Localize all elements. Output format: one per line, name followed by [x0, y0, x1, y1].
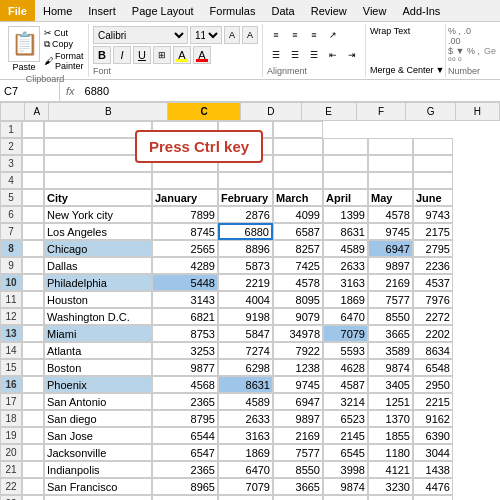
cell-f-row5[interactable]: April: [323, 189, 368, 206]
cell-g-row14[interactable]: 3589: [368, 342, 413, 359]
cell-e-row17[interactable]: 6947: [273, 393, 323, 410]
row-number[interactable]: 17: [0, 393, 22, 410]
cell-a[interactable]: [22, 223, 44, 240]
cell-c-row16[interactable]: 4568: [152, 376, 218, 393]
row-number[interactable]: 5: [0, 189, 22, 206]
cell-d-row17[interactable]: 4589: [218, 393, 273, 410]
cell-b-row22[interactable]: San Francisco: [44, 478, 152, 495]
cell-b-row23[interactable]: Austin: [44, 495, 152, 500]
row-number[interactable]: 11: [0, 291, 22, 308]
indent-increase-button[interactable]: ⇥: [343, 46, 361, 64]
cell-g-row20[interactable]: 1180: [368, 444, 413, 461]
cell-h-row12[interactable]: 2272: [413, 308, 453, 325]
cell-g-row13[interactable]: 3665: [368, 325, 413, 342]
col-header-g[interactable]: G: [406, 103, 456, 121]
cell-e-row13[interactable]: 34978: [273, 325, 323, 342]
cell-b-row19[interactable]: San Jose: [44, 427, 152, 444]
tab-formulas[interactable]: Formulas: [202, 0, 264, 21]
cell-e-row10[interactable]: 4578: [273, 274, 323, 291]
cell-h-row6[interactable]: 9743: [413, 206, 453, 223]
cell-b-row7[interactable]: Los Angeles: [44, 223, 152, 240]
cell-h-row8[interactable]: 2795: [413, 240, 453, 257]
cell-e-row1[interactable]: [273, 121, 323, 138]
cell-c-row14[interactable]: 3253: [152, 342, 218, 359]
row-number[interactable]: 12: [0, 308, 22, 325]
cell-f-row20[interactable]: 6545: [323, 444, 368, 461]
cell-d-row5[interactable]: February: [218, 189, 273, 206]
cell-e-row8[interactable]: 8257: [273, 240, 323, 257]
cell-e-row19[interactable]: 2169: [273, 427, 323, 444]
cell-a[interactable]: [22, 206, 44, 223]
cell-b-row13[interactable]: Miami: [44, 325, 152, 342]
cell-a[interactable]: [22, 240, 44, 257]
cell-f-row21[interactable]: 3998: [323, 461, 368, 478]
cell-a[interactable]: [22, 121, 44, 138]
row-number[interactable]: 8: [0, 240, 22, 257]
cell-g-row12[interactable]: 8550: [368, 308, 413, 325]
cell-f-row4[interactable]: [323, 172, 368, 189]
cell-f-row17[interactable]: 3214: [323, 393, 368, 410]
cell-h-row2[interactable]: [413, 138, 453, 155]
cell-b-row20[interactable]: Jacksonville: [44, 444, 152, 461]
cell-d-row6[interactable]: 2876: [218, 206, 273, 223]
col-header-f[interactable]: F: [356, 103, 406, 121]
cell-f-row18[interactable]: 6523: [323, 410, 368, 427]
cell-e-row16[interactable]: 9745: [273, 376, 323, 393]
cell-a[interactable]: [22, 138, 44, 155]
decrease-font-button[interactable]: A: [242, 26, 258, 44]
cell-g-row5[interactable]: May: [368, 189, 413, 206]
cell-e-row21[interactable]: 8550: [273, 461, 323, 478]
cell-g-row10[interactable]: 2169: [368, 274, 413, 291]
align-top-center-button[interactable]: ≡: [286, 26, 304, 44]
row-number[interactable]: 16: [0, 376, 22, 393]
cell-h-row7[interactable]: 2175: [413, 223, 453, 240]
cell-d-row23[interactable]: 5593: [218, 495, 273, 500]
cell-b-row16[interactable]: Phoenix: [44, 376, 152, 393]
col-header-h[interactable]: H: [455, 103, 499, 121]
cell-e-row22[interactable]: 3665: [273, 478, 323, 495]
row-number[interactable]: 22: [0, 478, 22, 495]
cell-c-row22[interactable]: 8965: [152, 478, 218, 495]
cell-d-row11[interactable]: 4004: [218, 291, 273, 308]
cell-d-row13[interactable]: 5847: [218, 325, 273, 342]
cell-b-row15[interactable]: Boston: [44, 359, 152, 376]
cell-reference[interactable]: C7: [0, 80, 60, 101]
cell-a[interactable]: [22, 274, 44, 291]
cell-g-row23[interactable]: 5995: [368, 495, 413, 500]
cell-g-row22[interactable]: 3230: [368, 478, 413, 495]
cell-d-row16[interactable]: 8631: [218, 376, 273, 393]
cell-h-row3[interactable]: [413, 155, 453, 172]
cell-g-row21[interactable]: 4121: [368, 461, 413, 478]
formula-input[interactable]: [81, 80, 500, 101]
cell-a[interactable]: [22, 189, 44, 206]
cell-c-row15[interactable]: 9877: [152, 359, 218, 376]
col-header-e[interactable]: E: [301, 103, 356, 121]
fill-color-button[interactable]: A: [173, 46, 191, 64]
cell-c-row7[interactable]: 8745: [152, 223, 218, 240]
cell-f-row11[interactable]: 1869: [323, 291, 368, 308]
row-number[interactable]: 3: [0, 155, 22, 172]
cell-b-row17[interactable]: San Antonio: [44, 393, 152, 410]
cell-f-row15[interactable]: 4628: [323, 359, 368, 376]
cell-f-row23[interactable]: 4568: [323, 495, 368, 500]
cell-a[interactable]: [22, 172, 44, 189]
cell-e-row4[interactable]: [273, 172, 323, 189]
row-number[interactable]: 7: [0, 223, 22, 240]
cell-a[interactable]: [22, 495, 44, 500]
cell-b-row14[interactable]: Atlanta: [44, 342, 152, 359]
cell-b-row11[interactable]: Houston: [44, 291, 152, 308]
cell-c-row12[interactable]: 6821: [152, 308, 218, 325]
cell-h-row23[interactable]: 6499: [413, 495, 453, 500]
cell-g-row6[interactable]: 4578: [368, 206, 413, 223]
cell-c-row6[interactable]: 7899: [152, 206, 218, 223]
cell-h-row10[interactable]: 4537: [413, 274, 453, 291]
row-number[interactable]: 9: [0, 257, 22, 274]
col-header-c[interactable]: C: [168, 103, 241, 121]
cell-a[interactable]: [22, 325, 44, 342]
cell-d-row18[interactable]: 2633: [218, 410, 273, 427]
wrap-text-button[interactable]: Wrap Text: [370, 26, 441, 36]
cell-d-row20[interactable]: 1869: [218, 444, 273, 461]
cell-g-row2[interactable]: [368, 138, 413, 155]
align-top-left-button[interactable]: ≡: [267, 26, 285, 44]
cell-c-row20[interactable]: 6547: [152, 444, 218, 461]
